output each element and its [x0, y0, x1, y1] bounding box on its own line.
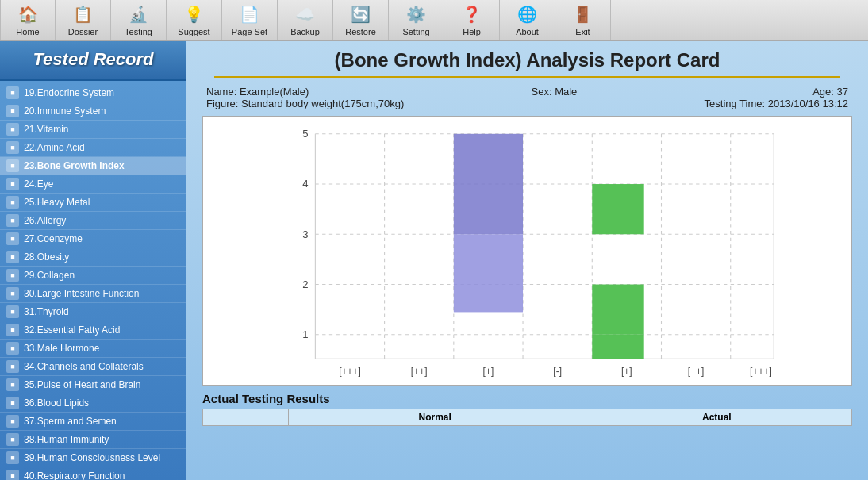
nav-item-home[interactable]: 🏠Home — [0, 0, 56, 40]
nav-label: Page Set — [232, 27, 267, 36]
sidebar-item-label: 36.Blood Lipids — [24, 397, 89, 409]
nav-icon-dossier: 📋 — [72, 3, 94, 25]
sidebar-icon: ■ — [6, 196, 19, 209]
sidebar-item-collagen[interactable]: ■29.Collagen — [0, 267, 186, 285]
sidebar-icon: ■ — [6, 305, 19, 318]
sidebar-item-large-intestine-function[interactable]: ■30.Large Intestine Function — [0, 285, 186, 303]
sidebar-icon: ■ — [6, 269, 19, 282]
sidebar-item-allergy[interactable]: ■26.Allergy — [0, 212, 186, 230]
patient-figure: Figure: Standard body weight(175cm,70kg) — [206, 98, 404, 109]
sidebar-item-label: 39.Human Consciousness Level — [24, 452, 160, 463]
nav-icon-about: 🌐 — [517, 3, 539, 25]
sidebar-item-label: 34.Channels and Collaterals — [24, 361, 144, 372]
nav-icon-help: ❓ — [461, 3, 483, 25]
nav-item-testing[interactable]: 🔬Testing — [111, 0, 167, 40]
nav-icon-exit: 🚪 — [572, 3, 594, 25]
sidebar-item-essential-fatty-acid[interactable]: ■32.Essential Fatty Acid — [0, 321, 186, 340]
nav-item-about[interactable]: 🌐About — [500, 0, 555, 40]
x-label-pp2: [++] — [688, 366, 705, 377]
results-table: Normal Actual — [202, 409, 852, 426]
patient-age: Age: 37 — [705, 86, 848, 98]
sidebar-item-sperm-and-semen[interactable]: ■37.Sperm and Semen — [0, 413, 186, 431]
nav-item-setting[interactable]: ⚙️Setting — [389, 0, 444, 40]
nav-label: Setting — [402, 27, 429, 36]
x-label-p2: [+] — [621, 366, 632, 377]
nav-icon-suggest: 💡 — [183, 3, 205, 25]
sidebar-item-thyroid[interactable]: ■31.Thyroid — [0, 303, 186, 321]
sidebar-item-pulse-of-heart-and-brain[interactable]: ■35.Pulse of Heart and Brain — [0, 376, 186, 394]
sidebar-item-blood-lipids[interactable]: ■36.Blood Lipids — [0, 394, 186, 413]
col-header-actual: Actual — [582, 409, 851, 426]
nav-icon-page set: 📄 — [239, 3, 261, 25]
sidebar-item-endocrine-system[interactable]: ■19.Endocrine System — [0, 84, 186, 102]
nav-item-help[interactable]: ❓Help — [444, 0, 500, 40]
x-label-m: [-] — [553, 366, 562, 377]
sidebar-item-label: 26.Allergy — [24, 215, 66, 226]
col-header-normal: Normal — [288, 409, 582, 426]
y-label-1: 1 — [302, 328, 308, 340]
sidebar-item-label: 32.Essential Fatty Acid — [24, 324, 120, 336]
y-label-5: 5 — [302, 128, 308, 140]
sidebar-item-label: 24.Eye — [24, 179, 53, 190]
sidebar-item-coenzyme[interactable]: ■27.Coenzyme — [0, 230, 186, 248]
nav-label: Home — [16, 27, 39, 36]
sidebar-icon: ■ — [6, 214, 19, 227]
chart-svg: 5 4 3 2 1 [+++] [++] [+] [-] [+] [++] [+… — [203, 117, 851, 385]
sidebar-icon: ■ — [6, 287, 19, 300]
sidebar-icon: ■ — [6, 470, 19, 480]
x-label-pp: [++] — [411, 366, 428, 377]
bar-blue-1 — [454, 134, 523, 234]
nav-item-backup[interactable]: ☁️Backup — [278, 0, 333, 40]
bar-green-3 — [592, 335, 643, 359]
sidebar-item-amino-acid[interactable]: ■22.Amino Acid — [0, 139, 186, 157]
sidebar-item-immune-system[interactable]: ■20.Immune System — [0, 102, 186, 121]
sidebar-item-channels-and-collaterals[interactable]: ■34.Channels and Collaterals — [0, 358, 186, 376]
nav-item-restore[interactable]: 🔄Restore — [333, 0, 389, 40]
sidebar-icon: ■ — [6, 86, 19, 99]
sidebar-item-label: 22.Amino Acid — [24, 142, 85, 153]
sidebar-item-obesity[interactable]: ■28.Obesity — [0, 248, 186, 267]
sidebar-item-human-immunity[interactable]: ■38.Human Immunity — [0, 431, 186, 449]
report-title: (Bone Growth Index) Analysis Report Card — [198, 49, 856, 71]
sidebar: Tested Record ■19.Endocrine System■20.Im… — [0, 41, 186, 480]
sidebar-item-bone-growth-index[interactable]: ■23.Bone Growth Index — [0, 157, 186, 175]
sidebar-item-label: 33.Male Hormone — [24, 343, 99, 354]
sidebar-list: ■19.Endocrine System■20.Immune System■21… — [0, 81, 186, 480]
sidebar-item-heavy-metal[interactable]: ■25.Heavy Metal — [0, 194, 186, 212]
sidebar-item-label: 27.Coenzyme — [24, 233, 83, 244]
nav-label: Backup — [290, 27, 320, 36]
top-navigation: 🏠Home📋Dossier🔬Testing💡Suggest📄Page Set☁️… — [0, 0, 868, 41]
sidebar-icon: ■ — [6, 433, 19, 446]
sidebar-icon: ■ — [6, 232, 19, 245]
sidebar-item-label: 19.Endocrine System — [24, 87, 114, 98]
sidebar-icon: ■ — [6, 397, 19, 409]
sidebar-item-respiratory-function[interactable]: ■40.Respiratory Function — [0, 467, 186, 480]
sidebar-item-label: 23.Bone Growth Index — [24, 160, 125, 171]
sidebar-icon: ■ — [6, 159, 19, 172]
x-label-ppp2: [+++] — [750, 366, 772, 377]
tested-record-title: Tested Record — [10, 49, 177, 70]
nav-item-exit[interactable]: 🚪Exit — [555, 0, 611, 40]
col-header-empty — [203, 409, 289, 426]
sidebar-item-eye[interactable]: ■24.Eye — [0, 175, 186, 194]
nav-item-suggest[interactable]: 💡Suggest — [167, 0, 222, 40]
sidebar-icon: ■ — [6, 123, 19, 136]
sidebar-item-label: 31.Thyroid — [24, 306, 69, 317]
sidebar-icon: ■ — [6, 415, 19, 428]
sidebar-item-vitamin[interactable]: ■21.Vitamin — [0, 121, 186, 139]
sidebar-item-label: 29.Collagen — [24, 270, 75, 281]
sidebar-item-label: 38.Human Immunity — [24, 434, 109, 445]
sidebar-icon: ■ — [6, 251, 19, 263]
sidebar-icon: ■ — [6, 178, 19, 190]
nav-item-page-set[interactable]: 📄Page Set — [222, 0, 278, 40]
nav-label: About — [516, 27, 539, 36]
nav-icon-testing: 🔬 — [128, 3, 150, 25]
sidebar-item-label: 40.Respiratory Function — [24, 470, 125, 480]
patient-info-left: Name: Example(Male) Figure: Standard bod… — [206, 86, 404, 109]
sidebar-item-male-hormone[interactable]: ■33.Male Hormone — [0, 340, 186, 358]
y-label-2: 2 — [302, 278, 308, 290]
sidebar-item-label: 21.Vitamin — [24, 124, 68, 135]
sidebar-item-label: 37.Sperm and Semen — [24, 416, 117, 427]
sidebar-item-human-consciousness-level[interactable]: ■39.Human Consciousness Level — [0, 449, 186, 467]
nav-item-dossier[interactable]: 📋Dossier — [56, 0, 111, 40]
